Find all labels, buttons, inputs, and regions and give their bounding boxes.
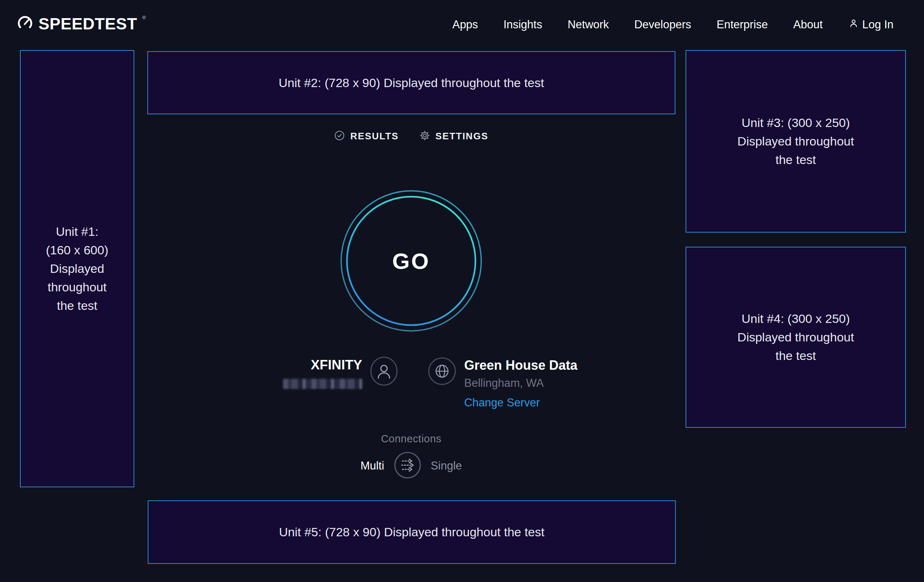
speedometer-gauge-icon (17, 15, 33, 31)
ad-unit-5[interactable]: Unit #5: (728 x 90) Displayed throughout… (148, 500, 676, 564)
login-label: Log In (862, 18, 894, 31)
ad-unit-4-text: Unit #4: (300 x 250) Displayed throughou… (732, 310, 860, 365)
ad-unit-1-text: Unit #1: (160 x 600) Displayed throughou… (43, 223, 111, 315)
server-info: Green House Data Bellingham, WA Change S… (464, 358, 578, 412)
connections-toggle-row: Multi Single (338, 452, 484, 480)
tab-settings-label: SETTINGS (436, 130, 488, 142)
ad-unit-2-text: Unit #2: (728 x 90) Displayed throughout… (279, 74, 544, 92)
tab-results[interactable]: RESULTS (334, 130, 398, 143)
nav-item-network[interactable]: Network (568, 18, 609, 31)
isp-info: XFINITY (283, 357, 362, 389)
login-button[interactable]: Log In (848, 18, 894, 31)
tab-settings[interactable]: SETTINGS (419, 130, 488, 143)
connections-toggle-icon[interactable] (394, 452, 421, 480)
ad-unit-3-text: Unit #3: (300 x 250) Displayed throughou… (732, 114, 860, 169)
speedtest-logo[interactable]: SPEEDTEST ® (17, 15, 146, 33)
logo-trademark: ® (142, 15, 146, 20)
tab-results-label: RESULTS (350, 130, 398, 142)
gear-icon (419, 130, 431, 143)
nav-item-apps[interactable]: Apps (452, 18, 478, 31)
nav-item-about[interactable]: About (794, 18, 823, 31)
ad-unit-2[interactable]: Unit #2: (728 x 90) Displayed throughout… (147, 51, 675, 114)
isp-masked-value (283, 379, 362, 389)
go-button-label: GO (340, 190, 482, 332)
nav-item-insights[interactable]: Insights (503, 18, 542, 31)
isp-person-icon (370, 357, 398, 387)
server-name: Green House Data (464, 358, 578, 373)
connections-heading: Connections (338, 433, 484, 445)
nav-item-developers[interactable]: Developers (634, 18, 691, 31)
logo-wordmark: SPEEDTEST (38, 15, 137, 33)
speedtest-page: SPEEDTEST ® Apps Insights Network Develo… (0, 0, 924, 582)
connections-multi-label[interactable]: Multi (360, 459, 384, 472)
isp-name: XFINITY (283, 357, 362, 373)
go-button[interactable]: GO (340, 190, 482, 332)
ad-unit-5-text: Unit #5: (728 x 90) Displayed throughout… (279, 523, 544, 541)
ad-unit-4[interactable]: Unit #4: (300 x 250) Displayed throughou… (686, 247, 906, 428)
check-circle-icon (334, 130, 345, 143)
nav-item-enterprise[interactable]: Enterprise (716, 18, 767, 31)
connections-single-label[interactable]: Single (431, 459, 462, 472)
server-globe-icon (428, 357, 456, 387)
top-nav: Apps Insights Network Developers Enterpr… (452, 0, 894, 49)
results-settings-tabs: RESULTS SETTINGS (302, 130, 520, 143)
change-server-link[interactable]: Change Server (464, 393, 578, 412)
person-icon (848, 18, 859, 31)
connections-section: Connections Multi Single (338, 433, 484, 480)
server-location: Bellingham, WA (464, 373, 578, 393)
ad-unit-1[interactable]: Unit #1: (160 x 600) Displayed throughou… (20, 50, 134, 487)
ad-unit-3[interactable]: Unit #3: (300 x 250) Displayed throughou… (686, 50, 906, 232)
